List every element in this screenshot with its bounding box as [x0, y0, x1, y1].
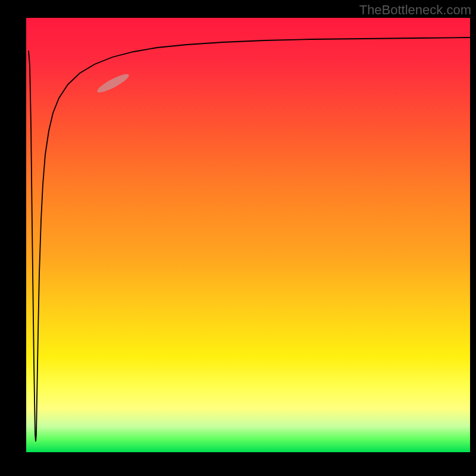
gradient-background — [26, 18, 470, 452]
watermark-text: TheBottleneck.com — [359, 2, 471, 18]
plot-area — [26, 18, 470, 452]
